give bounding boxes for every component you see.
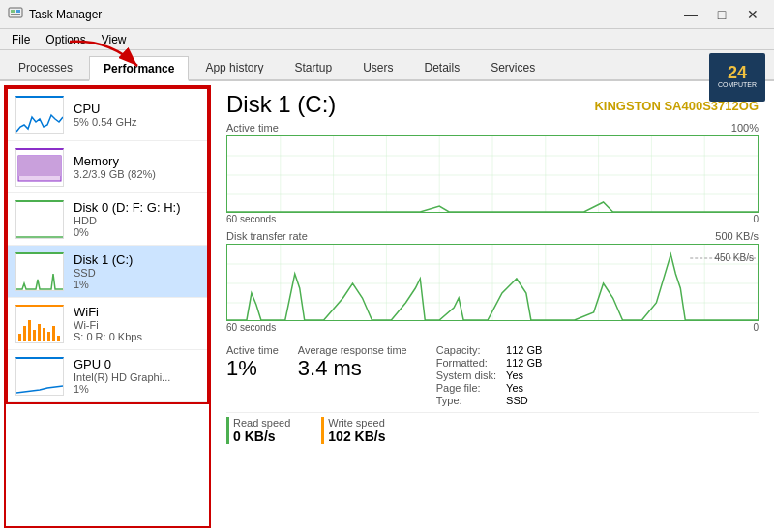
- chart2-time-row: 60 seconds 0: [226, 322, 759, 333]
- gpu-sub1: Intel(R) HD Graphi...: [74, 371, 199, 383]
- write-speed-block: Write speed 102 KB/s: [321, 417, 401, 444]
- svg-rect-6: [18, 334, 21, 341]
- speed-row: Read speed 0 KB/s Write speed 102 KB/s: [226, 412, 759, 444]
- response-time-value: 3.4 ms: [298, 356, 407, 381]
- chart2-time-right: 0: [753, 322, 759, 333]
- svg-rect-10: [38, 324, 41, 341]
- sidebar-item-disk1[interactable]: Disk 1 (C:) SSD 1%: [8, 246, 207, 298]
- svg-rect-12: [47, 332, 50, 341]
- main-content: CPU 5% 0.54 GHz Memory 3.2/3.9 GB (82%): [0, 81, 774, 532]
- active-time-stat: Active time 1%: [226, 344, 279, 381]
- svg-rect-2: [16, 10, 20, 13]
- response-time-stat: Average response time 3.4 ms: [298, 344, 407, 381]
- disk0-sub2: 0%: [74, 226, 199, 238]
- tab-details[interactable]: Details: [409, 54, 474, 79]
- cpu-name: CPU: [74, 102, 199, 116]
- gpu-sub2: 1%: [74, 383, 199, 395]
- sidebar-item-memory[interactable]: Memory 3.2/3.9 GB (82%): [8, 141, 207, 193]
- menubar: File Options View: [0, 29, 774, 50]
- disk1-sparkline: [16, 254, 63, 291]
- close-button[interactable]: ✕: [739, 4, 766, 25]
- write-speed-value: 102 KB/s: [328, 429, 385, 444]
- svg-rect-7: [23, 326, 26, 341]
- sidebar-wrapper: CPU 5% 0.54 GHz Memory 3.2/3.9 GB (82%): [4, 85, 211, 528]
- maximize-button[interactable]: □: [708, 4, 735, 25]
- chart1-label-row: Active time 100%: [226, 122, 759, 133]
- formatted-label: Formatted:: [436, 357, 496, 369]
- detail-panel: Disk 1 (C:) KINGSTON SA400S3712OG Active…: [211, 81, 774, 532]
- sidebar-item-gpu[interactable]: GPU 0 Intel(R) HD Graphi... 1%: [8, 350, 207, 402]
- memory-info: Memory 3.2/3.9 GB (82%): [74, 154, 199, 180]
- pagefile-value: Yes: [506, 382, 542, 394]
- menu-file[interactable]: File: [4, 31, 38, 48]
- wifi-sparkline: [16, 307, 63, 343]
- svg-rect-3: [11, 14, 20, 15]
- svg-rect-13: [52, 326, 55, 341]
- brand-logo: 24 COMPUTER: [708, 50, 766, 103]
- titlebar-left: Task Manager: [8, 7, 102, 22]
- type-label: Type:: [436, 395, 496, 406]
- memory-thumbnail: [15, 148, 64, 187]
- taskmanager-icon: [8, 7, 23, 22]
- svg-rect-11: [43, 328, 45, 341]
- wifi-sub2: S: 0 R: 0 Kbps: [74, 331, 199, 342]
- system-value: Yes: [506, 369, 542, 381]
- titlebar-controls: — □ ✕: [677, 4, 766, 25]
- memory-sparkline: [16, 150, 63, 187]
- titlebar-title: Task Manager: [29, 8, 102, 21]
- chart2-label: Disk transfer rate: [226, 230, 308, 242]
- disk0-name: Disk 0 (D: F: G: H:): [74, 200, 199, 215]
- read-speed-value: 0 KB/s: [233, 429, 290, 444]
- disk1-sub2: 1%: [74, 279, 199, 290]
- disk1-sub1: SSD: [74, 267, 199, 279]
- disk0-thumbnail: [15, 200, 64, 239]
- stats-row: Active time 1% Average response time 3.4…: [226, 344, 759, 406]
- capacity-value: 112 GB: [506, 344, 542, 356]
- disk1-info: Disk 1 (C:) SSD 1%: [74, 252, 199, 290]
- sidebar-item-disk0[interactable]: Disk 0 (D: F: G: H:) HDD 0%: [8, 193, 207, 246]
- disk-info-grid: Capacity: 112 GB Formatted: 112 GB Syste…: [436, 344, 543, 406]
- svg-rect-14: [57, 336, 60, 341]
- peak-label: 450 KB/s: [714, 252, 754, 263]
- capacity-label: Capacity:: [436, 344, 496, 356]
- chart1-right-label: 100%: [731, 122, 759, 133]
- chart1-time-right: 0: [753, 214, 759, 224]
- chart1-time-row: 60 seconds 0: [226, 214, 759, 224]
- disk0-sparkline: [16, 202, 63, 239]
- chart2-right-label: 500 KB/s: [715, 230, 759, 242]
- read-speed-label: Read speed: [233, 417, 290, 429]
- svg-rect-5: [18, 156, 61, 176]
- wifi-sub1: Wi-Fi: [74, 319, 199, 331]
- formatted-value: 112 GB: [506, 357, 542, 369]
- sidebar-item-cpu[interactable]: CPU 5% 0.54 GHz: [8, 89, 207, 141]
- cpu-stat: 5% 0.54 GHz: [74, 116, 199, 128]
- gpu-sparkline: [16, 359, 63, 396]
- tab-processes[interactable]: Processes: [4, 54, 87, 79]
- disk0-sub1: HDD: [74, 215, 199, 226]
- gpu-info: GPU 0 Intel(R) HD Graphi... 1%: [74, 357, 199, 395]
- wifi-name: WiFi: [74, 305, 199, 319]
- menu-view[interactable]: View: [94, 31, 134, 48]
- sidebar-item-wifi[interactable]: WiFi Wi-Fi S: 0 R: 0 Kbps: [8, 298, 207, 350]
- system-label: System disk:: [436, 369, 496, 381]
- transfer-rate-section: Disk transfer rate 500 KB/s: [226, 230, 759, 333]
- tab-performance[interactable]: Performance: [89, 56, 189, 81]
- minimize-button[interactable]: —: [677, 4, 704, 25]
- cpu-sparkline: [16, 98, 63, 134]
- chart2-time-left: 60 seconds: [226, 322, 276, 333]
- disk0-info: Disk 0 (D: F: G: H:) HDD 0%: [74, 200, 199, 238]
- titlebar: Task Manager — □ ✕: [0, 0, 774, 29]
- tab-apphistory[interactable]: App history: [191, 54, 278, 79]
- svg-rect-8: [28, 320, 31, 341]
- disk1-thumbnail: [15, 252, 64, 291]
- read-speed-block: Read speed 0 KB/s: [226, 417, 306, 444]
- tab-services[interactable]: Services: [476, 54, 550, 79]
- transfer-svg: [227, 245, 758, 321]
- detail-header: Disk 1 (C:) KINGSTON SA400S3712OG: [226, 91, 759, 118]
- tab-users[interactable]: Users: [348, 54, 407, 79]
- menu-options[interactable]: Options: [38, 31, 93, 48]
- type-value: SSD: [506, 395, 542, 406]
- active-time-svg: [227, 136, 758, 213]
- wifi-thumbnail: [15, 305, 64, 343]
- tab-startup[interactable]: Startup: [280, 54, 346, 79]
